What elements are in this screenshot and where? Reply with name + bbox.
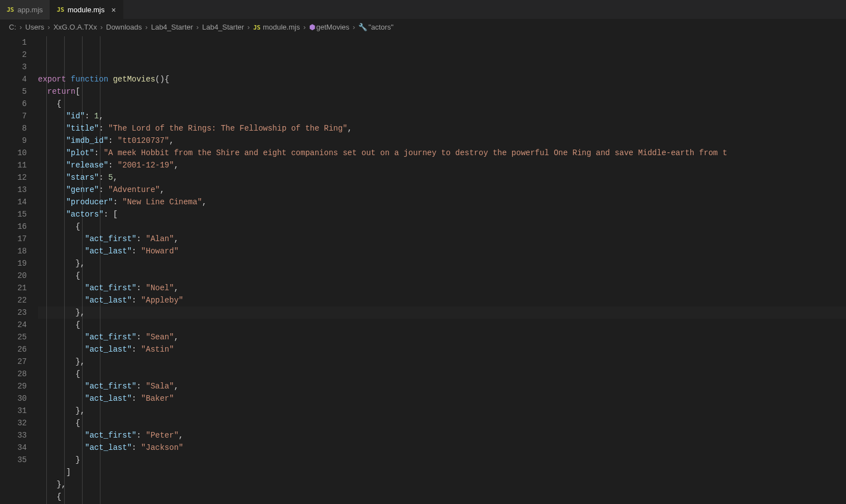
line-number: 15 [0, 208, 27, 220]
breadcrumb-segment[interactable]: Lab4_Starter [202, 23, 244, 31]
code-line[interactable]: "act_first": "Sean", [38, 331, 846, 343]
line-number: 22 [0, 294, 27, 306]
code-line[interactable]: { [38, 368, 846, 380]
line-number: 1 [0, 36, 27, 49]
code-line[interactable]: { [38, 220, 846, 233]
code-line[interactable]: "act_last": "Baker" [38, 392, 846, 405]
breadcrumb-property-label: "actors" [368, 23, 393, 31]
line-number: 6 [0, 98, 27, 110]
breadcrumb-symbol[interactable]: ⬢getMovies [309, 23, 349, 31]
line-number: 34 [0, 441, 27, 454]
code-line[interactable]: }, [38, 257, 846, 270]
code-line[interactable]: { [38, 98, 846, 110]
code-line[interactable]: }, [38, 356, 846, 368]
chevron-right-icon: › [302, 23, 306, 31]
code-line[interactable]: "id": 1, [38, 110, 846, 122]
line-number: 24 [0, 319, 27, 331]
close-icon[interactable]: × [112, 6, 116, 14]
line-number: 31 [0, 405, 27, 417]
code-line[interactable]: "title": "The Lord of the Rings: The Fel… [38, 122, 846, 135]
breadcrumb-segment[interactable]: Downloads [106, 23, 142, 31]
line-number: 9 [0, 135, 27, 147]
js-file-icon: JS [7, 6, 14, 13]
code-line[interactable]: "actors": [ [38, 208, 846, 220]
chevron-right-icon: › [246, 23, 251, 31]
line-number: 11 [0, 159, 27, 171]
code-line[interactable]: "act_last": "Astin" [38, 343, 846, 356]
code-line[interactable]: "act_first": "Alan", [38, 233, 846, 245]
chevron-right-icon: › [18, 23, 23, 31]
line-number: 28 [0, 368, 27, 380]
chevron-right-icon: › [352, 23, 356, 31]
line-number: 35 [0, 454, 27, 466]
code-line[interactable]: { [38, 319, 846, 331]
code-editor[interactable]: 1234567891011121314151617181920212223242… [0, 34, 846, 504]
tab-app-mjs[interactable]: JSapp.mjs [0, 0, 50, 20]
line-number: 21 [0, 282, 27, 294]
line-number: 10 [0, 147, 27, 159]
code-line[interactable]: { [38, 491, 846, 503]
breadcrumb-segment[interactable]: C: [9, 23, 16, 31]
line-number: 30 [0, 392, 27, 405]
code-line[interactable]: ] [38, 466, 846, 478]
line-number: 25 [0, 331, 27, 343]
line-number: 5 [0, 85, 27, 98]
line-number: 13 [0, 184, 27, 196]
code-line[interactable]: "act_first": "Peter", [38, 429, 846, 441]
code-line[interactable]: } [38, 454, 846, 466]
line-number: 18 [0, 245, 27, 257]
code-line[interactable]: { [38, 417, 846, 429]
code-line[interactable]: "imdb_id": "tt0120737", [38, 135, 846, 147]
code-line[interactable]: }, [38, 478, 846, 491]
code-line[interactable]: "act_last": "Appleby" [38, 294, 846, 306]
code-line[interactable]: "plot": "A meek Hobbit from the Shire an… [38, 147, 846, 159]
code-line[interactable]: export function getMovies(){ [38, 73, 846, 85]
line-number: 26 [0, 343, 27, 356]
code-line[interactable]: }, [38, 306, 846, 319]
code-line[interactable]: }, [38, 405, 846, 417]
line-number: 4 [0, 73, 27, 85]
code-line[interactable]: "act_first": "Noel", [38, 282, 846, 294]
breadcrumb-segment[interactable]: XxG.O.A.TXx [54, 23, 97, 31]
breadcrumb[interactable]: C:›Users›XxG.O.A.TXx›Downloads›Lab4_Star… [0, 20, 846, 34]
tab-label: module.mjs [68, 6, 104, 14]
method-icon: ⬢ [309, 23, 315, 31]
code-line[interactable]: "release": "2001-12-19", [38, 159, 846, 171]
chevron-right-icon: › [195, 23, 200, 31]
line-number: 20 [0, 270, 27, 282]
breadcrumb-property[interactable]: 🔧"actors" [358, 23, 393, 31]
chevron-right-icon: › [144, 23, 148, 31]
breadcrumb-symbol-label: getMovies [316, 23, 349, 31]
code-line[interactable]: "act_last": "Howard" [38, 245, 846, 257]
js-file-icon: JS [253, 24, 261, 31]
property-icon: 🔧 [358, 23, 367, 31]
breadcrumb-segment[interactable]: Lab4_Starter [151, 23, 193, 31]
code-line[interactable]: "producer": "New Line Cinema", [38, 196, 846, 208]
breadcrumb-segment[interactable]: Users [25, 23, 44, 31]
line-number: 33 [0, 429, 27, 441]
line-number: 23 [0, 306, 27, 319]
tab-module-mjs[interactable]: JSmodule.mjs× [50, 0, 123, 20]
editor-tabs: JSapp.mjsJSmodule.mjs× [0, 0, 846, 20]
code-line[interactable]: "act_first": "Sala", [38, 380, 846, 392]
code-content[interactable]: export function getMovies(){ return[ { "… [38, 36, 846, 504]
line-number: 2 [0, 49, 27, 61]
line-number: 8 [0, 122, 27, 135]
code-line[interactable]: "act_last": "Jackson" [38, 441, 846, 454]
line-number: 3 [0, 61, 27, 73]
line-number: 7 [0, 110, 27, 122]
breadcrumb-file[interactable]: JSmodule.mjs [253, 23, 300, 31]
breadcrumb-file-label: module.mjs [263, 23, 300, 31]
chevron-right-icon: › [99, 23, 104, 31]
chevron-right-icon: › [46, 23, 51, 31]
tab-label: app.mjs [17, 6, 43, 14]
code-line[interactable]: "stars": 5, [38, 171, 846, 184]
code-line[interactable]: "genre": "Adventure", [38, 184, 846, 196]
line-number: 27 [0, 356, 27, 368]
line-number: 29 [0, 380, 27, 392]
js-file-icon: JS [57, 6, 64, 13]
code-line[interactable]: return[ [38, 85, 846, 98]
line-number: 16 [0, 220, 27, 233]
code-line[interactable]: { [38, 270, 846, 282]
line-number: 14 [0, 196, 27, 208]
